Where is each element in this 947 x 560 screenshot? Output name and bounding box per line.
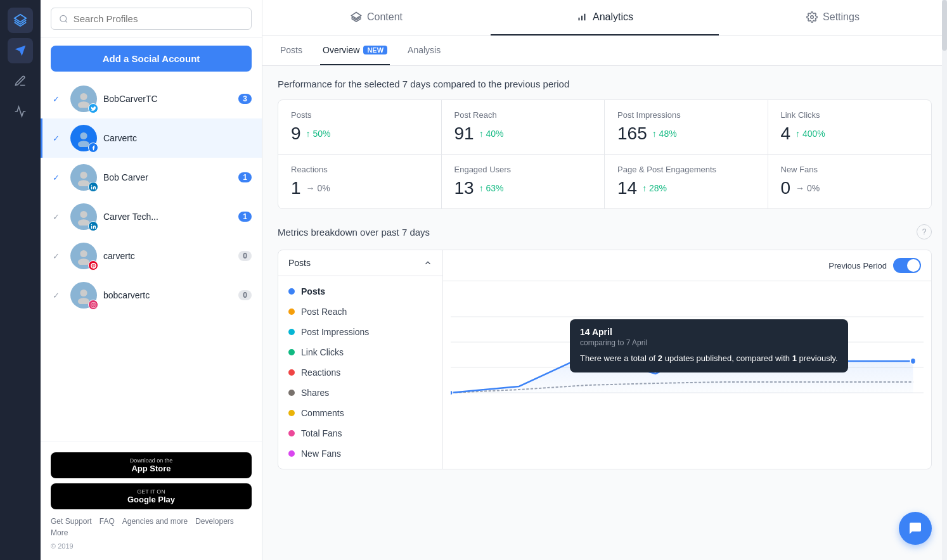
subtab-analysis[interactable]: Analysis bbox=[405, 36, 443, 65]
app-store-button[interactable]: Download on the App Store bbox=[51, 452, 252, 478]
tab-analytics-label: Analytics bbox=[593, 11, 633, 23]
dropdown-item-newfans-label: New Fans bbox=[301, 449, 341, 459]
metric-engagedusers: Engaged Users 13 ↑ 63% bbox=[442, 155, 605, 208]
profile-badge: 3 bbox=[238, 94, 252, 104]
svg-point-4 bbox=[80, 132, 87, 139]
twitter-badge bbox=[88, 103, 98, 113]
svg-point-23 bbox=[811, 16, 814, 19]
tab-settings[interactable]: Settings bbox=[719, 0, 947, 35]
breakdown-header: Metrics breakdown over past 7 days ? bbox=[278, 224, 932, 239]
scrollbar-thumb bbox=[942, 0, 947, 51]
profile-badge: 0 bbox=[238, 290, 252, 300]
profile-name: carvertc bbox=[103, 251, 232, 261]
sidebar: Add a Social Account ✓ BobCarverTC 3 ✓ C… bbox=[41, 0, 262, 560]
help-icon[interactable]: ? bbox=[917, 224, 932, 239]
tab-settings-label: Settings bbox=[823, 11, 860, 23]
metric-engagements: Page & Post Engagements 14 ↑ 28% bbox=[605, 155, 768, 208]
metric-reactions-value: 1 → 0% bbox=[291, 178, 428, 198]
google-play-button[interactable]: GET IT ON Google Play bbox=[51, 483, 252, 509]
check-icon: ✓ bbox=[53, 291, 64, 300]
appstore-main-label: App Store bbox=[61, 464, 242, 473]
nav-layers-icon[interactable] bbox=[8, 8, 33, 33]
chat-button[interactable] bbox=[899, 512, 932, 545]
chart-svg-wrap: 14 April comparing to 7 April There were… bbox=[443, 281, 931, 469]
main-scrollbar[interactable] bbox=[942, 0, 947, 560]
posts-dot bbox=[288, 288, 295, 295]
metric-postreach-value: 91 ↑ 40% bbox=[454, 124, 592, 144]
tab-content[interactable]: Content bbox=[262, 0, 491, 35]
check-icon: ✓ bbox=[53, 94, 64, 104]
googleplay-top-label: GET IT ON bbox=[61, 488, 242, 495]
metric-postreach-change: ↑ 40% bbox=[479, 129, 504, 139]
instagram-badge bbox=[88, 300, 98, 310]
subtab-posts-label: Posts bbox=[280, 45, 302, 55]
dropdown-item-posts[interactable]: Posts bbox=[278, 281, 442, 302]
dropdown-item-shares[interactable]: Shares bbox=[278, 383, 442, 403]
metric-engagedusers-value: 13 ↑ 63% bbox=[454, 178, 592, 198]
subtab-posts[interactable]: Posts bbox=[278, 36, 305, 65]
metric-engagements-change: ↑ 28% bbox=[642, 183, 667, 193]
metric-newfans-change: → 0% bbox=[796, 183, 820, 193]
dropdown-item-newfans[interactable]: New Fans bbox=[278, 443, 442, 464]
previous-period-wrap: Previous Period bbox=[443, 250, 931, 281]
profile-name: Bob Carver bbox=[103, 172, 232, 182]
nav-pen-icon[interactable] bbox=[8, 68, 33, 94]
profile-item-carvertc[interactable]: ✓ Carvertc bbox=[41, 118, 262, 158]
totalfans-dot bbox=[288, 430, 295, 436]
data-point-end bbox=[910, 358, 915, 364]
profile-item-bobcarvertcig[interactable]: ✓ bobcarvertc 0 bbox=[41, 276, 262, 315]
profile-item-bobcarvertc[interactable]: ✓ BobCarverTC 3 bbox=[41, 79, 262, 118]
dropdown-item-reactions[interactable]: Reactions bbox=[278, 362, 442, 383]
dropdown-item-impressions[interactable]: Post Impressions bbox=[278, 322, 442, 342]
metric-impressions: Post Impressions 165 ↑ 48% bbox=[605, 100, 768, 155]
comments-dot bbox=[288, 410, 295, 416]
search-input[interactable] bbox=[74, 13, 243, 24]
svg-point-12 bbox=[80, 250, 87, 257]
add-social-account-button[interactable]: Add a Social Account bbox=[51, 46, 252, 72]
dropdown-header[interactable]: Posts bbox=[278, 250, 442, 276]
dropdown-item-postreach[interactable]: Post Reach bbox=[278, 302, 442, 322]
dropdown-item-totalfans-label: Total Fans bbox=[301, 428, 342, 438]
footer-link-faq[interactable]: FAQ bbox=[100, 517, 115, 526]
performance-title: Performance for the selected 7 days comp… bbox=[278, 79, 932, 89]
tooltip-compare: comparing to 7 April bbox=[580, 338, 838, 347]
chart-panel: Previous Period 14 April comparing to 7 … bbox=[443, 250, 931, 469]
footer-link-agencies[interactable]: Agencies and more bbox=[122, 517, 188, 526]
profile-item-bobcarver[interactable]: ✓ Bob Carver 1 bbox=[41, 158, 262, 197]
dropdown-item-linkclicks[interactable]: Link Clicks bbox=[278, 342, 442, 362]
avatar-wrap bbox=[70, 125, 97, 151]
profile-name: bobcarvertc bbox=[103, 290, 232, 300]
metric-impressions-label: Post Impressions bbox=[617, 110, 755, 120]
footer-link-developers[interactable]: Developers bbox=[195, 517, 234, 526]
dropdown-item-totalfans[interactable]: Total Fans bbox=[278, 423, 442, 443]
check-icon: ✓ bbox=[53, 212, 64, 222]
nav-bar bbox=[0, 0, 41, 560]
metric-engagedusers-change: ↑ 63% bbox=[479, 183, 504, 193]
footer-link-support[interactable]: Get Support bbox=[51, 517, 92, 526]
toggle-knob bbox=[907, 259, 920, 272]
new-badge: NEW bbox=[363, 46, 387, 54]
breakdown-card: Posts Posts Post Reach bbox=[278, 250, 932, 469]
profile-item-carvertech[interactable]: ✓ Carver Tech... 1 bbox=[41, 197, 262, 236]
subtab-overview-label: Overview bbox=[323, 45, 359, 55]
nav-chart-icon[interactable] bbox=[8, 99, 33, 124]
facebook-badge bbox=[88, 143, 98, 153]
shares-dot bbox=[288, 390, 295, 396]
postreach-dot bbox=[288, 309, 295, 315]
dropdown-label: Posts bbox=[288, 258, 311, 268]
profile-item-carvertcpin[interactable]: ✓ carvertc 0 bbox=[41, 236, 262, 276]
search-wrap[interactable] bbox=[51, 8, 252, 30]
dropdown-item-comments[interactable]: Comments bbox=[278, 403, 442, 423]
dropdown-item-postreach-label: Post Reach bbox=[301, 307, 347, 317]
chat-icon bbox=[908, 521, 923, 536]
avatar-wrap bbox=[70, 243, 97, 269]
nav-paper-plane-icon[interactable] bbox=[8, 38, 33, 63]
svg-point-1 bbox=[60, 15, 67, 22]
previous-period-toggle[interactable] bbox=[893, 258, 921, 273]
appstore-top-label: Download on the bbox=[61, 457, 242, 464]
footer-link-more[interactable]: More bbox=[51, 528, 68, 537]
linkclicks-dot bbox=[288, 349, 295, 355]
previous-period-label: Previous Period bbox=[828, 261, 887, 270]
subtab-overview[interactable]: Overview NEW bbox=[320, 36, 390, 65]
tab-analytics[interactable]: Analytics bbox=[491, 0, 719, 35]
